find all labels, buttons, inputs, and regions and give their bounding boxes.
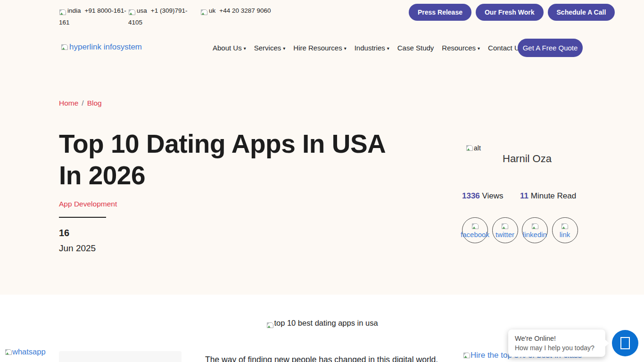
topbar-buttons: Press Release Our Fresh Work Schedule A … xyxy=(409,4,615,21)
read-time-count: 11 xyxy=(520,191,528,200)
flag-uk-alt: uk xyxy=(209,7,215,14)
hero-image-alt-text: top 10 best dating apps in usa xyxy=(274,319,378,327)
schedule-a-call-button[interactable]: Schedule A Call xyxy=(548,4,615,21)
breadcrumb: Home/Blog xyxy=(59,99,102,107)
our-fresh-work-button[interactable]: Our Fresh Work xyxy=(476,4,544,21)
broken-image-icon xyxy=(501,222,509,230)
chat-question-text: How may I help you today? xyxy=(515,343,599,353)
post-date-month-year: Jun 2025 xyxy=(59,243,96,254)
broken-image-icon xyxy=(200,8,208,16)
chevron-down-icon: ▾ xyxy=(387,46,389,51)
category-underline xyxy=(59,217,106,218)
broken-image-icon xyxy=(266,321,274,329)
whatsapp-alt-text: whatsapp xyxy=(12,347,46,356)
share-twitter-button[interactable]: twitter xyxy=(492,217,518,243)
chat-icon xyxy=(620,337,630,349)
nav-resources[interactable]: Resources▾ xyxy=(442,44,480,52)
nav-case-study[interactable]: Case Study xyxy=(397,44,434,52)
broken-image-icon xyxy=(128,8,136,16)
nav-about-us[interactable]: About Us▾ xyxy=(213,44,246,52)
flag-india-alt: india xyxy=(67,7,81,14)
broken-image-icon xyxy=(531,222,539,230)
breadcrumb-separator: / xyxy=(82,99,83,107)
logo-alt-text: hyperlink infosystem xyxy=(69,42,142,52)
share-linkedin-button[interactable]: linkedin xyxy=(522,217,548,243)
article-paragraph: The way of finding new people has change… xyxy=(205,353,439,362)
page: india+91 8000-161-161 usa+1 (309)791-410… xyxy=(0,0,644,362)
flag-usa-alt: usa xyxy=(137,7,147,14)
chevron-down-icon: ▾ xyxy=(478,46,480,51)
page-title: Top 10 Dating Apps In USA In 2026 xyxy=(59,128,410,191)
broken-image-icon xyxy=(561,222,569,230)
contact-uk: uk+44 20 3287 9060 xyxy=(200,5,271,16)
category-link[interactable]: App Development xyxy=(59,200,117,208)
nav-services[interactable]: Services▾ xyxy=(254,44,286,52)
copy-link-alt-text: link xyxy=(560,231,570,238)
chat-launcher-button[interactable] xyxy=(612,330,638,356)
author-name: Harnil Oza xyxy=(503,153,552,165)
broken-image-icon xyxy=(471,222,479,230)
twitter-alt-text: twitter xyxy=(495,231,514,238)
read-time-label: Minute Read xyxy=(531,191,576,200)
share-buttons: facebook twitter linkedin link xyxy=(462,217,578,243)
facebook-alt-text: facebook xyxy=(461,231,489,238)
author-avatar: alt xyxy=(466,144,481,152)
chevron-down-icon: ▾ xyxy=(283,46,285,51)
breadcrumb-blog[interactable]: Blog xyxy=(87,99,102,107)
chevron-down-icon: ▾ xyxy=(344,46,347,51)
contact-usa: usa+1 (309)791-4105 xyxy=(128,5,191,28)
linkedin-alt-text: linkedin xyxy=(523,231,547,238)
avatar-alt-text: alt xyxy=(474,144,481,152)
chevron-down-icon: ▾ xyxy=(244,46,246,51)
broken-image-icon xyxy=(59,8,66,16)
broken-image-icon xyxy=(61,43,68,51)
hero-image-placeholder: top 10 best dating apps in usa xyxy=(205,319,439,328)
broken-image-icon xyxy=(5,348,12,356)
chat-tooltip[interactable]: We're Online! How may I help you today? xyxy=(508,329,605,357)
views-label: Views xyxy=(482,191,504,200)
broken-image-icon xyxy=(463,352,471,359)
logo-link[interactable]: hyperlink infosystem xyxy=(61,42,142,52)
chat-status-text: We're Online! xyxy=(515,334,599,343)
post-meta: 1336 Views 11 Minute Read xyxy=(462,191,576,201)
post-date-day: 16 xyxy=(59,228,69,239)
press-release-button[interactable]: Press Release xyxy=(409,4,471,21)
main-nav: About Us▾ Services▾ Hire Resources▾ Indu… xyxy=(213,44,523,52)
phone-uk[interactable]: +44 20 3287 9060 xyxy=(219,7,271,14)
whatsapp-button[interactable]: whatsapp xyxy=(5,347,46,356)
views-count: 1336 xyxy=(462,191,480,200)
broken-image-icon xyxy=(466,144,473,152)
nav-hire-resources[interactable]: Hire Resources▾ xyxy=(293,44,346,52)
share-copy-link-button[interactable]: link xyxy=(552,217,578,243)
nav-industries[interactable]: Industries▾ xyxy=(355,44,389,52)
contact-india: india+91 8000-161-161 xyxy=(59,5,131,28)
table-of-contents-card xyxy=(59,351,182,362)
breadcrumb-home[interactable]: Home xyxy=(59,99,78,107)
tooltip-arrow xyxy=(605,339,609,347)
share-facebook-button[interactable]: facebook xyxy=(462,217,488,243)
get-a-free-quote-button[interactable]: Get A Free Quote xyxy=(518,39,583,57)
